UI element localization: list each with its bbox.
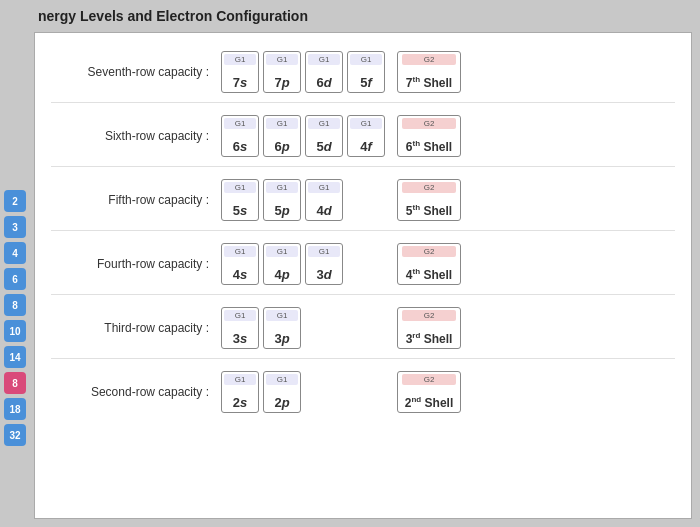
shell-group-label: G2 xyxy=(402,374,456,385)
subshell-name: 2p xyxy=(274,395,289,410)
main-content: nergy Levels and Electron Configuration … xyxy=(30,0,700,527)
subshell-name: 5d xyxy=(316,139,331,154)
subshell-box: G14f xyxy=(347,115,385,157)
subshell-group-label: G1 xyxy=(308,54,340,65)
subshell-box: G14p xyxy=(263,243,301,285)
row-label: Third-row capacity : xyxy=(51,321,221,335)
subshell-name: 7s xyxy=(233,75,247,90)
row-3: Fourth-row capacity :G14sG14pG13dG24th S… xyxy=(51,233,675,295)
sidebar-badge[interactable]: 14 xyxy=(4,346,26,368)
sidebar-badge[interactable]: 10 xyxy=(4,320,26,342)
subshell-name: 5s xyxy=(233,203,247,218)
subshell-box: G17p xyxy=(263,51,301,93)
subshell-group-label: G1 xyxy=(266,118,298,129)
row-label: Fifth-row capacity : xyxy=(51,193,221,207)
subshell-name: 5p xyxy=(274,203,289,218)
subshell-box: G15s xyxy=(221,179,259,221)
subshell-box: G13s xyxy=(221,307,259,349)
subshell-group-label: G1 xyxy=(266,182,298,193)
subshell-box: G15f xyxy=(347,51,385,93)
subshells: G12sG12pG22nd Shell xyxy=(221,371,675,413)
shell-group-label: G2 xyxy=(402,54,456,65)
subshell-box: G17s xyxy=(221,51,259,93)
subshell-name: 4d xyxy=(316,203,331,218)
subshell-box: G12p xyxy=(263,371,301,413)
shell-name: 3rd Shell xyxy=(406,331,453,346)
subshell-group-label: G1 xyxy=(224,374,256,385)
sidebar-badge[interactable]: 4 xyxy=(4,242,26,264)
shell-name: 2nd Shell xyxy=(405,395,453,410)
subshells: G16sG16pG15dG14fG26th Shell xyxy=(221,115,675,157)
shell-badge: G25th Shell xyxy=(397,179,461,221)
subshell-name: 5f xyxy=(360,75,372,90)
row-5: Second-row capacity :G12sG12pG22nd Shell xyxy=(51,361,675,423)
sidebar-badge[interactable]: 3 xyxy=(4,216,26,238)
subshell-group-label: G1 xyxy=(308,182,340,193)
subshell-box: G12s xyxy=(221,371,259,413)
sidebar: 23468101481832 xyxy=(0,0,30,527)
subshell-group-label: G1 xyxy=(350,54,382,65)
subshell-group-label: G1 xyxy=(224,182,256,193)
subshells: G13sG13pG23rd Shell xyxy=(221,307,675,349)
shell-badge: G23rd Shell xyxy=(397,307,461,349)
subshell-name: 2s xyxy=(233,395,247,410)
subshells: G15sG15pG14dG25th Shell xyxy=(221,179,675,221)
subshell-box: G14d xyxy=(305,179,343,221)
subshell-box: G16d xyxy=(305,51,343,93)
subshell-box: G15p xyxy=(263,179,301,221)
shell-group-label: G2 xyxy=(402,310,456,321)
shell-badge: G22nd Shell xyxy=(397,371,461,413)
subshell-name: 6s xyxy=(233,139,247,154)
sidebar-badge[interactable]: 8 xyxy=(4,372,26,394)
subshells: G14sG14pG13dG24th Shell xyxy=(221,243,675,285)
row-label: Seventh-row capacity : xyxy=(51,65,221,79)
subshell-name: 6p xyxy=(274,139,289,154)
shell-name: 6th Shell xyxy=(406,139,452,154)
subshell-group-label: G1 xyxy=(266,374,298,385)
row-0: Seventh-row capacity :G17sG17pG16dG15fG2… xyxy=(51,41,675,103)
row-label: Sixth-row capacity : xyxy=(51,129,221,143)
subshell-name: 4p xyxy=(274,267,289,282)
shell-name: 5th Shell xyxy=(406,203,452,218)
shell-badge: G27th Shell xyxy=(397,51,461,93)
sidebar-badge[interactable]: 2 xyxy=(4,190,26,212)
page-title: nergy Levels and Electron Configuration xyxy=(34,8,692,24)
subshell-group-label: G1 xyxy=(266,54,298,65)
subshell-name: 6d xyxy=(316,75,331,90)
sidebar-badge[interactable]: 18 xyxy=(4,398,26,420)
shell-badge: G26th Shell xyxy=(397,115,461,157)
subshell-group-label: G1 xyxy=(224,118,256,129)
shell-group-label: G2 xyxy=(402,182,456,193)
subshell-name: 4f xyxy=(360,139,372,154)
subshell-name: 4s xyxy=(233,267,247,282)
subshells: G17sG17pG16dG15fG27th Shell xyxy=(221,51,675,93)
subshell-group-label: G1 xyxy=(266,310,298,321)
subshell-group-label: G1 xyxy=(224,246,256,257)
subshell-group-label: G1 xyxy=(224,54,256,65)
subshell-name: 3d xyxy=(316,267,331,282)
subshell-box: G13p xyxy=(263,307,301,349)
subshell-group-label: G1 xyxy=(308,118,340,129)
subshell-name: 3s xyxy=(233,331,247,346)
subshell-name: 7p xyxy=(274,75,289,90)
content-box: Seventh-row capacity :G17sG17pG16dG15fG2… xyxy=(34,32,692,519)
shell-group-label: G2 xyxy=(402,118,456,129)
sidebar-badge[interactable]: 32 xyxy=(4,424,26,446)
shell-name: 7th Shell xyxy=(406,75,452,90)
row-4: Third-row capacity :G13sG13pG23rd Shell xyxy=(51,297,675,359)
shell-name: 4th Shell xyxy=(406,267,452,282)
subshell-group-label: G1 xyxy=(350,118,382,129)
subshell-box: G15d xyxy=(305,115,343,157)
subshell-box: G13d xyxy=(305,243,343,285)
row-2: Fifth-row capacity :G15sG15pG14dG25th Sh… xyxy=(51,169,675,231)
subshell-name: 3p xyxy=(274,331,289,346)
shell-badge: G24th Shell xyxy=(397,243,461,285)
row-label: Second-row capacity : xyxy=(51,385,221,399)
shell-group-label: G2 xyxy=(402,246,456,257)
subshell-group-label: G1 xyxy=(266,246,298,257)
row-1: Sixth-row capacity :G16sG16pG15dG14fG26t… xyxy=(51,105,675,167)
subshell-group-label: G1 xyxy=(224,310,256,321)
subshell-group-label: G1 xyxy=(308,246,340,257)
sidebar-badge[interactable]: 6 xyxy=(4,268,26,290)
sidebar-badge[interactable]: 8 xyxy=(4,294,26,316)
